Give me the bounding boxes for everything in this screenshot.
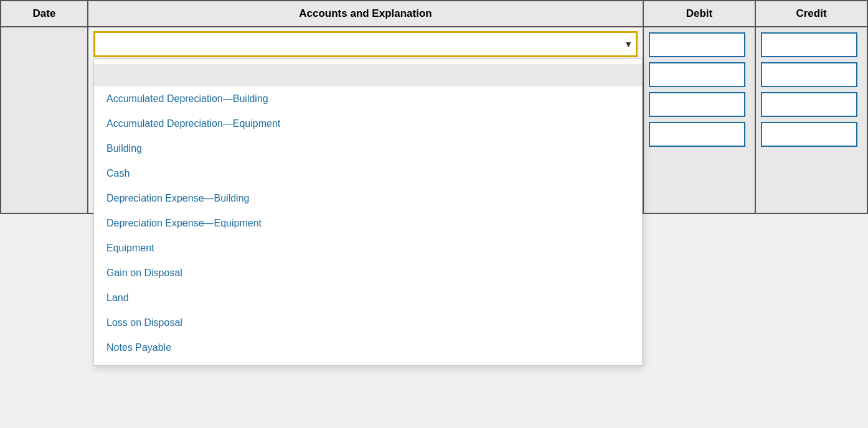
date-cell [1,27,88,213]
debit-input-1[interactable] [649,32,745,57]
debit-header: Debit [643,1,755,27]
accounts-cell: ▼ Accumulated Depreciation—Building Accu… [88,27,643,213]
option-loss-on-disposal[interactable]: Loss on Disposal [94,310,642,335]
credit-header: Credit [755,1,867,27]
option-cash[interactable]: Cash [94,161,642,186]
credit-cell [755,27,867,213]
option-accum-depr-equipment[interactable]: Accumulated Depreciation—Equipment [94,111,642,136]
dropdown-menu: Accumulated Depreciation—Building Accumu… [93,58,643,366]
option-equipment[interactable]: Equipment [94,236,642,261]
option-land[interactable]: Land [94,286,642,310]
debit-cell [643,27,755,213]
option-accum-depr-building[interactable]: Accumulated Depreciation—Building [94,86,642,111]
accounts-header: Accounts and Explanation [88,1,643,27]
debit-input-2[interactable] [649,62,745,87]
option-depr-expense-building[interactable]: Depreciation Expense—Building [94,186,642,211]
debit-input-4[interactable] [649,122,745,147]
option-gain-on-disposal[interactable]: Gain on Disposal [94,261,642,286]
option-notes-payable[interactable]: Notes Payable [94,335,642,360]
dropdown-empty-option[interactable] [94,64,642,86]
credit-input-1[interactable] [761,32,857,57]
credit-input-3[interactable] [761,92,857,117]
date-header: Date [1,1,88,27]
dropdown-wrapper: ▼ Accumulated Depreciation—Building Accu… [88,27,643,57]
credit-input-4[interactable] [761,122,857,147]
account-select[interactable] [93,31,638,57]
dropdown-menu-inner: Accumulated Depreciation—Building Accumu… [94,59,642,365]
credit-input-2[interactable] [761,62,857,87]
option-building[interactable]: Building [94,136,642,161]
debit-input-3[interactable] [649,92,745,117]
option-depr-expense-equipment[interactable]: Depreciation Expense—Equipment [94,211,642,236]
